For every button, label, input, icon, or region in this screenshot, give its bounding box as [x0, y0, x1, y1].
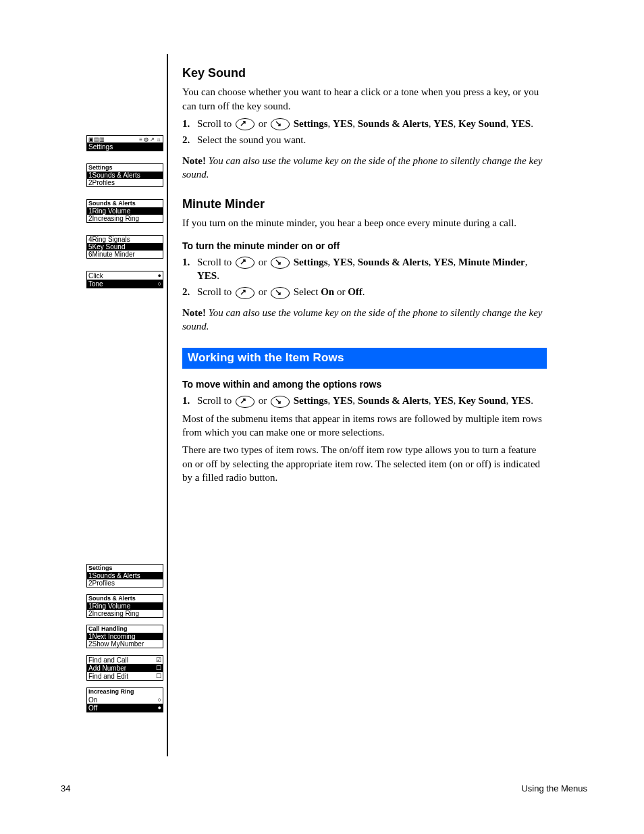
mm-step-2: 2. Scroll to or Select On or Off. — [182, 285, 547, 299]
down-arrow-key[interactable] — [271, 287, 290, 299]
rows-subhead: To move within and among the options row… — [182, 378, 547, 391]
mm-step-1: 1. Scroll to or Settings, YES, Sounds & … — [182, 255, 547, 283]
phone-screen: Increasing RingOnOff — [86, 687, 163, 712]
section-minute-minder-intro: If you turn on the minute minder, you he… — [182, 216, 547, 230]
section-key-sound-intro: You can choose whether you want to hear … — [182, 85, 547, 113]
down-arrow-key[interactable] — [271, 257, 290, 269]
side-screens-top: ▣▤▥≡ ◍ ↗ ☼SettingsSettings1Sounds & Aler… — [86, 135, 162, 288]
rows-body-2: There are two types of item rows. The on… — [182, 443, 547, 484]
down-arrow-key[interactable] — [271, 118, 290, 130]
phone-screen: Settings1Sounds & Alerts2Profiles — [86, 163, 163, 187]
minute-minder-subhead: To turn the minute minder on or off — [182, 240, 547, 253]
footer: 34 Using the Menus — [61, 783, 587, 793]
footer-title: Using the Menus — [521, 783, 587, 793]
section-minute-minder-title: Minute Minder — [182, 196, 547, 212]
phone-screen: Sounds & Alerts1Ring Volume2Increasing R… — [86, 199, 163, 223]
up-arrow-key[interactable] — [236, 287, 254, 299]
phone-screen: Call Handling1Next Incoming2Show MyNumbe… — [86, 625, 163, 648]
note: Note! You can also use the volume key on… — [182, 154, 547, 182]
step-1: 1. Scroll to or Settings, YES, Sounds & … — [182, 117, 547, 131]
separator-vertical — [167, 54, 168, 756]
section-key-sound-title: Key Sound — [182, 65, 547, 81]
phone-screen: Settings1Sounds & Alerts2Profiles — [86, 564, 163, 588]
up-arrow-key[interactable] — [236, 118, 254, 130]
rows-body-1: Most of the submenu items that appear in… — [182, 412, 547, 440]
main-content: Key Sound You can choose whether you wan… — [182, 61, 547, 488]
up-arrow-key[interactable] — [236, 396, 254, 408]
rows-heading: Working with the Item Rows — [182, 348, 547, 369]
phone-screen: Find and CallAdd NumberFind and Edit — [86, 655, 163, 681]
phone-screen: ClickTone — [86, 271, 163, 288]
down-arrow-key[interactable] — [271, 396, 290, 408]
phone-screen: 4Ring Signals5Key Sound6Minute Minder — [86, 235, 163, 259]
note-2: Note! You can also use the volume key on… — [182, 306, 547, 334]
page-number: 34 — [61, 783, 70, 793]
phone-screen: ▣▤▥≡ ◍ ↗ ☼Settings — [86, 135, 163, 151]
side-screens-bottom: Settings1Sounds & Alerts2ProfilesSounds … — [86, 564, 162, 712]
phone-screen: Sounds & Alerts1Ring Volume2Increasing R… — [86, 594, 163, 618]
up-arrow-key[interactable] — [236, 257, 254, 269]
rows-step-1: 1. Scroll to or Settings, YES, Sounds & … — [182, 394, 547, 408]
step-2: 2.Select the sound you want. — [182, 133, 547, 147]
